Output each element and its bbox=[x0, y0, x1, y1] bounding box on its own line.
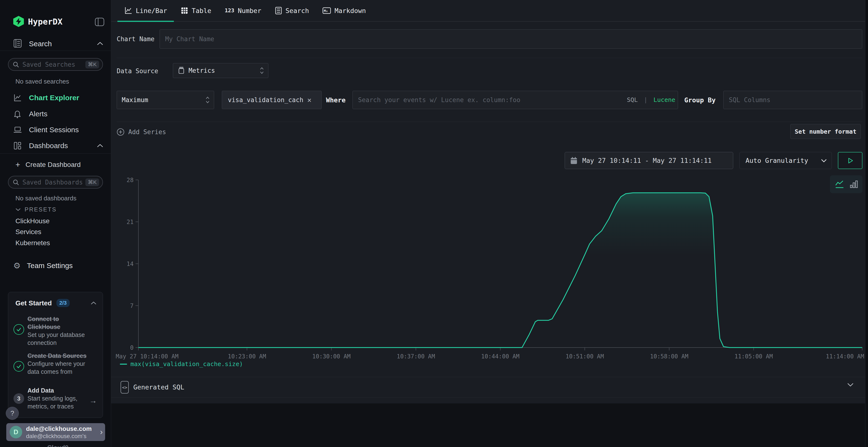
collapse-sidebar-button[interactable] bbox=[94, 18, 105, 28]
saved-searches-shortcut: ⌘K bbox=[85, 61, 99, 68]
chevron-down-icon bbox=[16, 208, 21, 211]
tab-label: Line/Bar bbox=[136, 7, 167, 14]
lucene-toggle[interactable]: Lucene bbox=[653, 96, 675, 103]
database-icon bbox=[178, 67, 185, 74]
presets-header[interactable]: PRESETS bbox=[16, 206, 57, 213]
tab-search[interactable]: Search bbox=[268, 0, 316, 22]
search-section-icon bbox=[13, 38, 22, 49]
line-chart-icon bbox=[13, 94, 22, 102]
step-title: Connect to ClickHouse bbox=[28, 315, 88, 331]
chart-name-label: Chart Name bbox=[117, 35, 155, 43]
tab-table[interactable]: Table bbox=[174, 0, 218, 22]
tab-number[interactable]: 123Number bbox=[218, 0, 268, 22]
chart-name-input[interactable] bbox=[160, 29, 862, 49]
chart-legend[interactable]: max(visa_validation_cache.size) bbox=[120, 360, 243, 368]
sidebar: HyperDX Search Saved Searches ⌘K No save… bbox=[0, 0, 111, 447]
no-saved-dashboards-text: No saved dashboards bbox=[16, 195, 76, 202]
line-bar-icon bbox=[124, 6, 132, 15]
updown-chevron-icon bbox=[206, 96, 210, 104]
y-axis-tick-label: 14 bbox=[127, 261, 133, 267]
table-icon bbox=[181, 7, 188, 14]
x-axis-tick-label: 10:58:00 AM bbox=[650, 353, 688, 360]
y-axis-tick-label: 0 bbox=[130, 344, 133, 351]
query-language-toggle[interactable]: SQL | Lucene bbox=[627, 96, 675, 103]
help-button[interactable]: ? bbox=[6, 407, 19, 420]
x-axis-tick-label: May 27 10:14:00 AM bbox=[116, 353, 179, 360]
get-started-card: Get Started 2/3 Connect to ClickHouseSet… bbox=[8, 292, 103, 418]
sql-toggle[interactable]: SQL bbox=[627, 96, 638, 103]
lightning-bolt-icon bbox=[16, 18, 22, 25]
create-dashboard-button[interactable]: + Create Dashboard bbox=[16, 160, 81, 169]
preset-item-clickhouse[interactable]: ClickHouse bbox=[16, 217, 50, 225]
time-series-chart[interactable]: 07142128May 27 10:14:00 AM10:23:00 AM10:… bbox=[111, 164, 868, 371]
svg-text:M↓: M↓ bbox=[324, 9, 328, 13]
chevron-down-icon bbox=[847, 383, 854, 388]
search-icon bbox=[13, 61, 19, 68]
updown-chevron-icon bbox=[260, 67, 264, 74]
check-circle-icon bbox=[13, 324, 24, 335]
metric-chip-label: visa_validation_cach bbox=[228, 96, 303, 104]
user-menu[interactable]: D dale@clickhouse.com dale@clickhouse.co… bbox=[6, 423, 105, 441]
svg-text:123: 123 bbox=[225, 7, 235, 13]
create-dashboard-label: Create Dashboard bbox=[26, 161, 81, 169]
123-icon: 123 bbox=[225, 7, 235, 14]
presets-label: PRESETS bbox=[25, 206, 57, 213]
tab-label: Table bbox=[192, 7, 211, 14]
page-footer-area bbox=[111, 403, 865, 447]
get-started-progress-badge: 2/3 bbox=[56, 299, 70, 307]
sidebar-item-label: Chart Explorer bbox=[29, 94, 79, 102]
arrow-right-icon: → bbox=[89, 396, 97, 405]
saved-dashboards-placeholder: Saved Dashboards bbox=[23, 179, 85, 186]
aggregation-function-select[interactable]: Maximum bbox=[117, 91, 214, 109]
step-texts: Connect to ClickHouseSet up your databas… bbox=[28, 315, 88, 347]
x-axis-tick-label: 11:05:00 AM bbox=[735, 353, 773, 360]
laptop-icon bbox=[13, 126, 22, 134]
plus-icon: + bbox=[16, 160, 20, 169]
saved-searches-input[interactable]: Saved Searches ⌘K bbox=[8, 58, 103, 71]
sidebar-item-client-sessions[interactable]: Client Sessions bbox=[0, 123, 111, 137]
play-icon bbox=[847, 157, 854, 164]
y-axis-tick-label: 28 bbox=[127, 177, 133, 183]
data-source-label: Data Source bbox=[117, 67, 158, 75]
add-series-button[interactable]: Add Series bbox=[117, 127, 166, 137]
user-email: dale@clickhouse.com bbox=[26, 425, 92, 433]
sidebar-item-label: Client Sessions bbox=[29, 126, 79, 134]
chevron-up-icon bbox=[97, 144, 103, 148]
sidebar-item-chart-explorer[interactable]: Chart Explorer bbox=[0, 91, 111, 105]
sidebar-item-dashboards[interactable]: Dashboards bbox=[0, 139, 111, 153]
saved-searches-placeholder: Saved Searches bbox=[23, 61, 85, 68]
where-label: Where bbox=[326, 96, 345, 104]
team-settings-label: Team Settings bbox=[27, 262, 72, 270]
x-axis-tick-label: 11:14:00 AM bbox=[826, 353, 864, 360]
preset-item-services[interactable]: Services bbox=[16, 228, 41, 236]
set-number-format-button[interactable]: Set number format bbox=[790, 124, 861, 139]
markdown-icon: M↓ bbox=[322, 7, 331, 14]
sidebar-item-label: Dashboards bbox=[29, 142, 68, 150]
group-by-input[interactable] bbox=[723, 91, 862, 109]
team-settings-item[interactable]: ⚙ Team Settings bbox=[13, 261, 73, 271]
step-texts: Create Data SourcesConfigure where your … bbox=[28, 352, 88, 376]
step-texts: Add DataStart sending logs, metrics, or … bbox=[28, 386, 88, 410]
sidebar-item-alerts[interactable]: Alerts bbox=[0, 107, 111, 121]
hyperdx-logo-icon bbox=[13, 16, 24, 27]
preset-item-kubernetes[interactable]: Kubernetes bbox=[16, 239, 50, 247]
close-icon[interactable]: × bbox=[307, 96, 311, 104]
divider bbox=[117, 122, 862, 122]
series-area-fill bbox=[138, 193, 862, 347]
metric-chip[interactable]: visa_validation_cach × bbox=[222, 91, 322, 109]
search-section-collapse-icon[interactable] bbox=[97, 42, 103, 46]
data-source-select[interactable]: Metrics bbox=[173, 63, 268, 78]
step-description: Set up your database connection bbox=[28, 331, 88, 347]
tab-markdown[interactable]: M↓Markdown bbox=[316, 0, 373, 22]
x-axis-tick-label: 10:51:00 AM bbox=[566, 353, 604, 360]
search-section-label[interactable]: Search bbox=[29, 40, 52, 48]
brand-title: HyperDX bbox=[28, 17, 62, 27]
tab-line-bar[interactable]: Line/Bar bbox=[117, 0, 174, 22]
clipped-footer-text: Cloud9 bbox=[31, 444, 84, 447]
tab-label: Number bbox=[238, 7, 261, 14]
saved-dashboards-input[interactable]: Saved Dashboards ⌘K bbox=[8, 176, 103, 188]
get-started-collapse-icon[interactable] bbox=[91, 301, 96, 306]
saved-dashboards-shortcut: ⌘K bbox=[85, 178, 99, 186]
generated-sql-section[interactable]: <> Generated SQL bbox=[111, 377, 865, 398]
aggregation-function-value: Maximum bbox=[122, 96, 148, 104]
